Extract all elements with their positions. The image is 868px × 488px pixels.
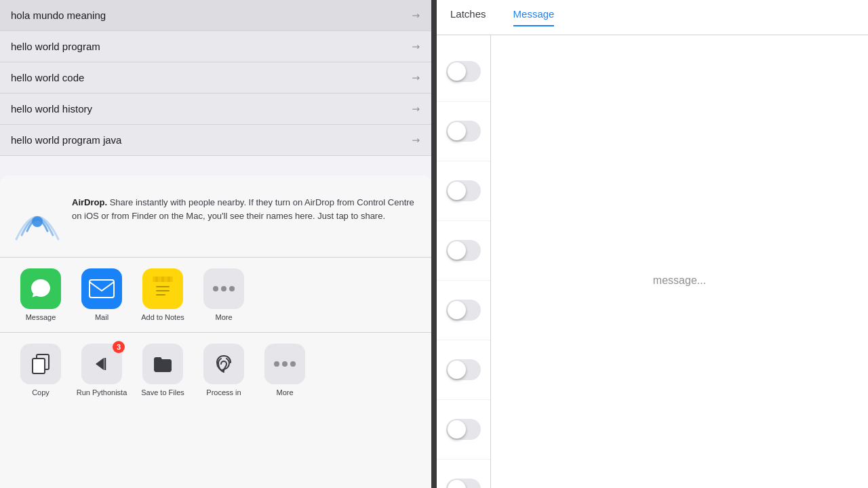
toggle-wrapper-3 <box>437 161 490 221</box>
more-dots-icon-2 <box>264 344 305 384</box>
airdrop-icon <box>14 196 61 243</box>
mail-app-label: Mail <box>95 313 108 321</box>
notes-app-label: Add to Notes <box>141 313 184 321</box>
action-pythonista[interactable]: 3 Run Pythonista <box>75 344 129 396</box>
search-item-5[interactable]: hello world program java ↗ <box>0 125 431 156</box>
search-suggestions: hola mundo meaning ↗ hello world program… <box>0 0 431 156</box>
message-area[interactable]: message... <box>491 35 868 488</box>
copy-icon <box>20 344 61 384</box>
toggle-wrapper-4 <box>437 221 490 281</box>
process-label: Process in <box>206 388 241 396</box>
left-panel: hola mundo meaning ↗ hello world program… <box>0 0 431 488</box>
toggle-wrapper-6 <box>437 340 490 400</box>
toggle-7[interactable] <box>446 419 481 440</box>
action-process[interactable]: Process in <box>197 344 251 396</box>
action-files[interactable]: Save to Files <box>136 344 190 396</box>
toggle-wrapper-7 <box>437 400 490 460</box>
svg-rect-11 <box>33 359 45 373</box>
pythonista-badge: 3 <box>113 341 125 353</box>
toggle-3[interactable] <box>446 180 481 201</box>
apps-row: Message Mail <box>0 258 431 333</box>
files-label: Save to Files <box>141 388 184 396</box>
right-header: Latches Message <box>437 0 868 35</box>
svg-rect-8 <box>156 290 170 291</box>
svg-rect-5 <box>161 277 164 282</box>
search-arrow-icon-4: ↗ <box>410 102 423 116</box>
svg-rect-4 <box>155 277 158 282</box>
search-item-text-5: hello world program java <box>11 134 121 146</box>
toggle-2[interactable] <box>446 121 481 142</box>
process-icon <box>203 344 244 384</box>
toggle-wrapper-5 <box>437 281 490 340</box>
three-dots-1 <box>213 286 235 291</box>
svg-rect-9 <box>156 294 165 296</box>
action-copy[interactable]: Copy <box>14 344 68 396</box>
toggle-6[interactable] <box>446 359 481 380</box>
pythonista-icon: 3 <box>81 344 122 384</box>
toggle-wrapper-8 <box>437 460 490 488</box>
app-message[interactable]: Message <box>14 268 68 321</box>
airdrop-section: AirDrop. Share instantly with people nea… <box>0 189 431 258</box>
search-item-1[interactable]: hola mundo meaning ↗ <box>0 0 431 31</box>
airdrop-description: AirDrop. Share instantly with people nea… <box>72 196 418 222</box>
svg-rect-6 <box>167 277 170 282</box>
copy-label: Copy <box>32 388 50 396</box>
svg-rect-7 <box>156 286 170 287</box>
search-item-2[interactable]: hello world program ↗ <box>0 31 431 62</box>
search-item-text-3: hello world code <box>11 72 84 83</box>
svg-rect-1 <box>90 280 114 298</box>
search-item-3[interactable]: hello world code ↗ <box>0 62 431 94</box>
search-item-text-1: hola mundo meaning <box>11 9 106 21</box>
more-label-2: More <box>276 388 293 396</box>
search-arrow-icon-1: ↗ <box>410 9 423 22</box>
search-item-text-4: hello world history <box>11 103 92 115</box>
right-panel: Latches Message <box>437 0 868 488</box>
pythonista-label: Run Pythonista <box>77 388 127 396</box>
actions-row: Copy 3 Run Pythonista <box>0 333 431 407</box>
more-label-1: More <box>215 313 232 321</box>
message-app-label: Message <box>26 313 56 321</box>
tab-message[interactable]: Message <box>513 8 555 26</box>
three-dots-2 <box>274 361 296 367</box>
message-placeholder: message... <box>653 274 706 287</box>
toggle-4[interactable] <box>446 240 481 261</box>
search-arrow-icon-3: ↗ <box>410 71 423 85</box>
search-item-text-2: hello world program <box>11 41 100 52</box>
search-arrow-icon-2: ↗ <box>410 40 423 54</box>
action-more-2[interactable]: More <box>258 344 312 396</box>
panel-divider <box>431 0 437 488</box>
mail-app-icon <box>81 268 122 309</box>
toggle-1[interactable] <box>446 61 481 82</box>
share-sheet: AirDrop. Share instantly with people nea… <box>0 176 431 488</box>
toggles-column <box>437 35 491 488</box>
toggle-wrapper-1 <box>437 42 490 102</box>
more-dots-icon-1 <box>203 268 244 309</box>
tab-latches[interactable]: Latches <box>450 8 486 26</box>
app-notes[interactable]: Add to Notes <box>136 268 190 321</box>
app-more-1[interactable]: More <box>197 268 251 321</box>
right-content: message... <box>437 35 868 488</box>
airdrop-title: AirDrop. <box>72 197 107 207</box>
message-app-icon <box>20 268 61 309</box>
search-item-4[interactable]: hello world history ↗ <box>0 94 431 125</box>
toggle-8[interactable] <box>446 479 481 488</box>
app-mail[interactable]: Mail <box>75 268 129 321</box>
toggle-5[interactable] <box>446 300 481 321</box>
search-arrow-icon-5: ↗ <box>410 134 423 147</box>
toggle-wrapper-2 <box>437 102 490 161</box>
notes-app-icon <box>142 268 183 309</box>
files-icon <box>142 344 183 384</box>
